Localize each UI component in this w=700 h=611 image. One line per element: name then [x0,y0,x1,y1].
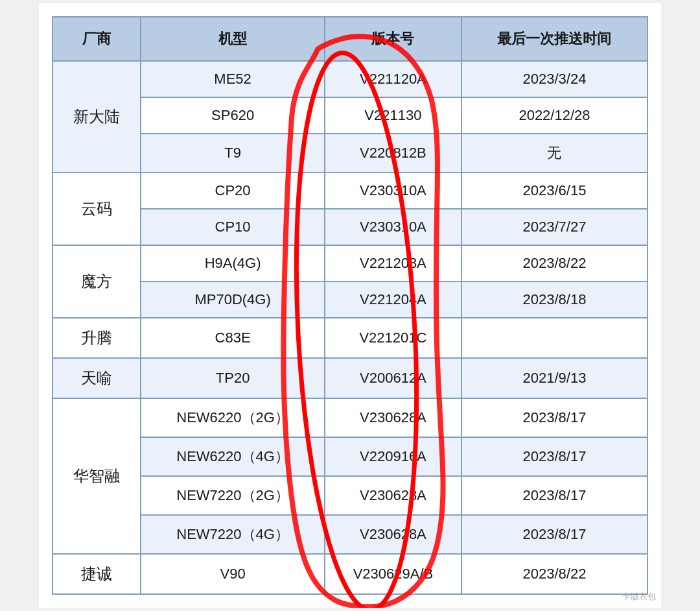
date-cell: 2023/8/17 [461,515,648,554]
table-row: 升腾C83EV221201C [52,318,648,358]
date-cell: 2023/8/17 [461,398,648,437]
date-cell: 2023/3/24 [461,61,648,97]
model-cell: V90 [141,554,325,594]
model-cell: NEW7220（2G） [141,476,325,515]
header-model: 机型 [141,17,325,61]
date-cell: 2021/9/13 [461,358,648,398]
model-cell: H9A(4G) [141,245,325,282]
version-cell: V221203A [325,245,461,282]
version-cell: V221204A [325,282,461,318]
date-cell: 2023/7/27 [461,209,648,245]
table-row: 新大陆ME52V221120A2023/3/24 [52,61,648,97]
table-row: 天喻TP20V200612A2021/9/13 [52,358,648,398]
date-cell: 2023/8/22 [461,554,648,594]
version-cell: V230310A [325,173,461,209]
version-cell: V230628A [325,515,461,554]
date-cell: 2022/12/28 [461,97,648,134]
model-cell: SP620 [141,97,325,134]
model-cell: MP70D(4G) [141,282,325,318]
date-cell: 2023/8/22 [461,245,648,282]
table-header-row: 厂商 机型 版本号 最后一次推送时间 [52,17,648,61]
version-cell: V230628A [325,398,461,437]
header-version: 版本号 [325,17,461,61]
model-cell: C83E [141,318,325,358]
version-cell: V230629A/B [325,554,461,594]
version-cell: V230310A [325,209,461,245]
date-cell: 无 [461,134,648,173]
vendor-cell: 华智融 [52,398,141,554]
version-cell: V221120A [325,61,461,97]
model-cell: CP10 [141,209,325,245]
table-row: NEW7220（4G）V230628A2023/8/17 [52,515,648,554]
table-row: T9V220812B无 [52,134,648,173]
date-cell: 2023/8/18 [461,282,648,318]
vendor-cell: 新大陆 [52,61,141,173]
date-cell [461,318,648,358]
header-vendor: 厂商 [52,17,141,61]
table-row: 魔方H9A(4G)V221203A2023/8/22 [52,245,648,282]
model-cell: NEW6220（4G） [141,437,325,476]
date-cell: 2023/8/17 [461,476,648,515]
version-cell: V230628A [325,476,461,515]
version-cell: V220916A [325,437,461,476]
vendor-cell: 魔方 [52,245,141,318]
table-row: 华智融NEW6220（2G）V230628A2023/8/17 [52,398,648,437]
model-cell: NEW7220（4G） [141,515,325,554]
table-row: SP620V2211302022/12/28 [52,97,648,134]
model-cell: CP20 [141,173,325,209]
date-cell: 2023/6/15 [461,173,648,209]
table-row: NEW6220（4G）V220916A2023/8/17 [52,437,648,476]
table-row: 云码CP20V230310A2023/6/15 [52,173,648,209]
version-cell: V220812B [325,134,461,173]
model-cell: T9 [141,134,325,173]
watermark: 卡版衣包 [622,591,656,603]
table-row: CP10V230310A2023/7/27 [52,209,648,245]
table-row: MP70D(4G)V221204A2023/8/18 [52,282,648,318]
version-cell: V221130 [325,97,461,134]
model-cell: NEW6220（2G） [141,398,325,437]
date-cell: 2023/8/17 [461,437,648,476]
vendor-cell: 云码 [52,173,141,245]
table-row: 捷诚V90V230629A/B2023/8/22 [52,554,648,594]
data-table: 厂商 机型 版本号 最后一次推送时间 新大陆ME52V221120A2023/3… [52,16,648,595]
vendor-cell: 天喻 [52,358,141,398]
version-cell: V221201C [325,318,461,358]
table-row: NEW7220（2G）V230628A2023/8/17 [52,476,648,515]
vendor-cell: 升腾 [52,318,141,358]
vendor-cell: 捷诚 [52,554,141,594]
header-date: 最后一次推送时间 [461,17,648,61]
model-cell: TP20 [141,358,325,398]
model-cell: ME52 [141,61,325,97]
version-cell: V200612A [325,358,461,398]
